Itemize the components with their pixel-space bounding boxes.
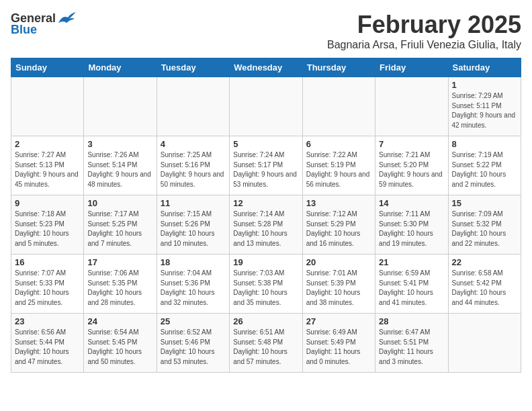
day-cell-14: 14Sunrise: 7:11 AM Sunset: 5:30 PM Dayli… bbox=[375, 195, 448, 255]
calendar-header-row: SundayMondayTuesdayWednesdayThursdayFrid… bbox=[11, 58, 521, 77]
calendar-title: February 2025 bbox=[327, 11, 521, 39]
day-info: Sunrise: 7:04 AM Sunset: 5:36 PM Dayligh… bbox=[161, 269, 226, 308]
day-cell-3: 3Sunrise: 7:26 AM Sunset: 5:14 PM Daylig… bbox=[84, 136, 157, 195]
day-info: Sunrise: 7:11 AM Sunset: 5:30 PM Dayligh… bbox=[379, 210, 444, 248]
day-number: 9 bbox=[15, 198, 80, 208]
day-info: Sunrise: 7:26 AM Sunset: 5:14 PM Dayligh… bbox=[87, 150, 152, 189]
day-number: 6 bbox=[306, 139, 371, 149]
day-cell-18: 18Sunrise: 7:04 AM Sunset: 5:36 PM Dayli… bbox=[157, 255, 229, 314]
day-info: Sunrise: 6:49 AM Sunset: 5:49 PM Dayligh… bbox=[306, 328, 371, 367]
day-info: Sunrise: 7:09 AM Sunset: 5:32 PM Dayligh… bbox=[452, 210, 517, 248]
day-cell-20: 20Sunrise: 7:01 AM Sunset: 5:39 PM Dayli… bbox=[302, 255, 375, 314]
day-number: 11 bbox=[161, 198, 226, 208]
day-cell-24: 24Sunrise: 6:54 AM Sunset: 5:45 PM Dayli… bbox=[84, 314, 157, 373]
day-cell-21: 21Sunrise: 6:59 AM Sunset: 5:41 PM Dayli… bbox=[375, 255, 448, 314]
day-info: Sunrise: 7:24 AM Sunset: 5:17 PM Dayligh… bbox=[233, 150, 298, 189]
calendar-body: 1Sunrise: 7:29 AM Sunset: 5:11 PM Daylig… bbox=[11, 77, 521, 373]
column-header-friday: Friday bbox=[375, 58, 448, 77]
day-number: 15 bbox=[452, 198, 517, 208]
day-number: 20 bbox=[306, 257, 371, 267]
empty-cell bbox=[11, 77, 84, 136]
empty-cell bbox=[375, 77, 448, 136]
day-cell-12: 12Sunrise: 7:14 AM Sunset: 5:28 PM Dayli… bbox=[230, 195, 302, 255]
column-header-wednesday: Wednesday bbox=[230, 58, 302, 77]
week-row-4: 16Sunrise: 7:07 AM Sunset: 5:33 PM Dayli… bbox=[11, 255, 521, 314]
day-info: Sunrise: 7:17 AM Sunset: 5:25 PM Dayligh… bbox=[87, 210, 152, 248]
day-cell-6: 6Sunrise: 7:22 AM Sunset: 5:19 PM Daylig… bbox=[302, 136, 375, 195]
day-number: 24 bbox=[87, 316, 152, 326]
day-info: Sunrise: 6:51 AM Sunset: 5:48 PM Dayligh… bbox=[233, 328, 298, 367]
day-info: Sunrise: 6:58 AM Sunset: 5:42 PM Dayligh… bbox=[452, 269, 517, 308]
day-number: 1 bbox=[452, 80, 517, 90]
logo: General Blue bbox=[11, 11, 76, 37]
column-header-tuesday: Tuesday bbox=[157, 58, 229, 77]
day-cell-4: 4Sunrise: 7:25 AM Sunset: 5:16 PM Daylig… bbox=[157, 136, 229, 195]
day-cell-1: 1Sunrise: 7:29 AM Sunset: 5:11 PM Daylig… bbox=[448, 77, 521, 136]
day-cell-8: 8Sunrise: 7:19 AM Sunset: 5:22 PM Daylig… bbox=[448, 136, 521, 195]
day-cell-23: 23Sunrise: 6:56 AM Sunset: 5:44 PM Dayli… bbox=[11, 314, 84, 373]
calendar-table: SundayMondayTuesdayWednesdayThursdayFrid… bbox=[11, 58, 521, 373]
empty-cell bbox=[302, 77, 375, 136]
day-cell-11: 11Sunrise: 7:15 AM Sunset: 5:26 PM Dayli… bbox=[157, 195, 229, 255]
day-cell-28: 28Sunrise: 6:47 AM Sunset: 5:51 PM Dayli… bbox=[375, 314, 448, 373]
day-number: 12 bbox=[233, 198, 298, 208]
day-cell-9: 9Sunrise: 7:18 AM Sunset: 5:23 PM Daylig… bbox=[11, 195, 84, 255]
day-cell-16: 16Sunrise: 7:07 AM Sunset: 5:33 PM Dayli… bbox=[11, 255, 84, 314]
day-info: Sunrise: 7:22 AM Sunset: 5:19 PM Dayligh… bbox=[306, 150, 371, 189]
empty-cell bbox=[84, 77, 157, 136]
day-info: Sunrise: 7:29 AM Sunset: 5:11 PM Dayligh… bbox=[452, 91, 517, 130]
day-cell-27: 27Sunrise: 6:49 AM Sunset: 5:49 PM Dayli… bbox=[302, 314, 375, 373]
day-info: Sunrise: 6:59 AM Sunset: 5:41 PM Dayligh… bbox=[379, 269, 444, 308]
page-header: General Blue February 2025 Bagnaria Arsa… bbox=[11, 11, 521, 51]
day-info: Sunrise: 7:25 AM Sunset: 5:16 PM Dayligh… bbox=[161, 150, 226, 189]
day-info: Sunrise: 6:54 AM Sunset: 5:45 PM Dayligh… bbox=[87, 328, 152, 367]
week-row-5: 23Sunrise: 6:56 AM Sunset: 5:44 PM Dayli… bbox=[11, 314, 521, 373]
empty-cell bbox=[157, 77, 229, 136]
day-cell-17: 17Sunrise: 7:06 AM Sunset: 5:35 PM Dayli… bbox=[84, 255, 157, 314]
day-info: Sunrise: 7:14 AM Sunset: 5:28 PM Dayligh… bbox=[233, 210, 298, 248]
day-number: 4 bbox=[161, 139, 226, 149]
calendar-subtitle: Bagnaria Arsa, Friuli Venezia Giulia, It… bbox=[327, 39, 521, 51]
day-number: 7 bbox=[379, 139, 444, 149]
week-row-3: 9Sunrise: 7:18 AM Sunset: 5:23 PM Daylig… bbox=[11, 195, 521, 255]
day-number: 13 bbox=[306, 198, 371, 208]
day-number: 8 bbox=[452, 139, 517, 149]
logo-blue: Blue bbox=[11, 23, 37, 37]
day-info: Sunrise: 7:01 AM Sunset: 5:39 PM Dayligh… bbox=[306, 269, 371, 308]
column-header-sunday: Sunday bbox=[11, 58, 84, 77]
column-header-thursday: Thursday bbox=[302, 58, 375, 77]
day-number: 5 bbox=[233, 139, 298, 149]
column-header-monday: Monday bbox=[84, 58, 157, 77]
empty-cell bbox=[230, 77, 302, 136]
week-row-2: 2Sunrise: 7:27 AM Sunset: 5:13 PM Daylig… bbox=[11, 136, 521, 195]
day-info: Sunrise: 7:06 AM Sunset: 5:35 PM Dayligh… bbox=[87, 269, 152, 308]
week-row-1: 1Sunrise: 7:29 AM Sunset: 5:11 PM Daylig… bbox=[11, 77, 521, 136]
day-cell-7: 7Sunrise: 7:21 AM Sunset: 5:20 PM Daylig… bbox=[375, 136, 448, 195]
day-info: Sunrise: 6:52 AM Sunset: 5:46 PM Dayligh… bbox=[161, 328, 226, 367]
day-cell-26: 26Sunrise: 6:51 AM Sunset: 5:48 PM Dayli… bbox=[230, 314, 302, 373]
day-number: 18 bbox=[161, 257, 226, 267]
day-number: 25 bbox=[161, 316, 226, 326]
day-number: 10 bbox=[87, 198, 152, 208]
day-number: 19 bbox=[233, 257, 298, 267]
column-header-saturday: Saturday bbox=[448, 58, 521, 77]
day-info: Sunrise: 7:12 AM Sunset: 5:29 PM Dayligh… bbox=[306, 210, 371, 248]
day-info: Sunrise: 7:19 AM Sunset: 5:22 PM Dayligh… bbox=[452, 150, 517, 189]
day-number: 26 bbox=[233, 316, 298, 326]
day-cell-22: 22Sunrise: 6:58 AM Sunset: 5:42 PM Dayli… bbox=[448, 255, 521, 314]
day-info: Sunrise: 7:15 AM Sunset: 5:26 PM Dayligh… bbox=[161, 210, 226, 248]
title-section: February 2025 Bagnaria Arsa, Friuli Vene… bbox=[327, 11, 521, 51]
day-info: Sunrise: 6:47 AM Sunset: 5:51 PM Dayligh… bbox=[379, 328, 444, 367]
day-number: 28 bbox=[379, 316, 444, 326]
day-number: 22 bbox=[452, 257, 517, 267]
day-number: 2 bbox=[15, 139, 80, 149]
day-cell-13: 13Sunrise: 7:12 AM Sunset: 5:29 PM Dayli… bbox=[302, 195, 375, 255]
day-cell-19: 19Sunrise: 7:03 AM Sunset: 5:38 PM Dayli… bbox=[230, 255, 302, 314]
day-number: 27 bbox=[306, 316, 371, 326]
day-number: 23 bbox=[15, 316, 80, 326]
day-number: 14 bbox=[379, 198, 444, 208]
day-info: Sunrise: 7:27 AM Sunset: 5:13 PM Dayligh… bbox=[15, 150, 80, 189]
day-info: Sunrise: 6:56 AM Sunset: 5:44 PM Dayligh… bbox=[15, 328, 80, 367]
day-cell-2: 2Sunrise: 7:27 AM Sunset: 5:13 PM Daylig… bbox=[11, 136, 84, 195]
day-cell-15: 15Sunrise: 7:09 AM Sunset: 5:32 PM Dayli… bbox=[448, 195, 521, 255]
